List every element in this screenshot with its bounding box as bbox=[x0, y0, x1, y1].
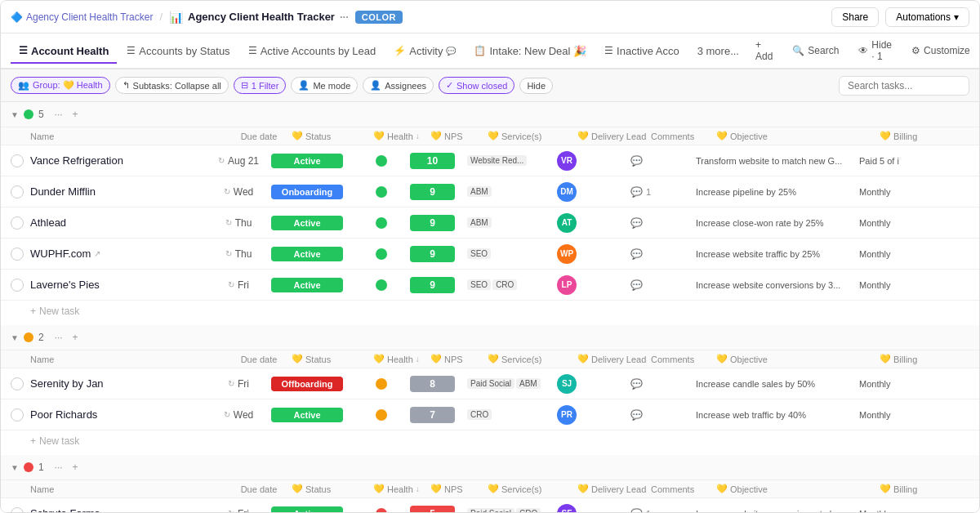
task-checkbox[interactable] bbox=[11, 216, 24, 230]
task-comments[interactable]: 💬 1 bbox=[630, 508, 696, 513]
col-header-due: Due date bbox=[226, 132, 292, 141]
task-status[interactable]: Active bbox=[271, 247, 353, 261]
tab-more[interactable]: 3 more... bbox=[689, 40, 747, 62]
services-heart-icon: 💛 bbox=[488, 131, 499, 141]
delivery-heart-icon: 💛 bbox=[577, 131, 589, 141]
filter-icon: ⊟ bbox=[241, 80, 248, 91]
me-mode-chip[interactable]: 👤 Me mode bbox=[291, 77, 358, 94]
task-comments[interactable]: 💬 bbox=[630, 155, 696, 167]
show-closed-chip[interactable]: ✓ Show closed bbox=[439, 77, 514, 94]
task-comments[interactable]: 💬 bbox=[630, 217, 696, 229]
tab-account-health[interactable]: ☰ Account Health bbox=[11, 40, 117, 64]
group-red-header[interactable]: ▼ 1 ··· + bbox=[1, 455, 979, 480]
group-green-header[interactable]: ▼ 5 ··· + bbox=[1, 102, 979, 127]
task-checkbox[interactable] bbox=[11, 248, 24, 261]
task-nps: 8 bbox=[410, 376, 467, 392]
share-button[interactable]: Share bbox=[831, 7, 879, 27]
group-more-btn[interactable]: ··· bbox=[52, 462, 65, 473]
group-add-btn[interactable]: + bbox=[70, 109, 81, 120]
task-name[interactable]: WUPHF.com ↗ bbox=[30, 248, 206, 260]
tab-activity[interactable]: ⚡ Activity 💬 bbox=[385, 40, 464, 62]
health-dot bbox=[376, 186, 387, 198]
task-status[interactable]: Offboarding bbox=[271, 377, 353, 391]
health-dot bbox=[376, 279, 387, 291]
app-logo: 🔷 Agency Client Health Tracker bbox=[11, 11, 153, 23]
group-add-btn[interactable]: + bbox=[70, 332, 81, 343]
group-count: 1 bbox=[38, 462, 44, 473]
color-badge[interactable]: COLOR bbox=[355, 11, 403, 24]
task-objective: Increase close-won rate by 25% bbox=[696, 218, 859, 228]
collapse-arrow: ▼ bbox=[11, 110, 19, 119]
main-content: ▼ 5 ··· + Name Due date 💛 Status 💛 Healt… bbox=[1, 102, 979, 512]
task-name[interactable]: Vance Refrigeration bbox=[30, 154, 206, 167]
task-name[interactable]: Serenity by Jan bbox=[30, 377, 206, 390]
assignees-chip[interactable]: 👤 Assignees bbox=[363, 77, 434, 94]
tab-intake[interactable]: 📋 Intake: New Deal 🎉 bbox=[466, 40, 595, 62]
task-name[interactable]: Poor Richards bbox=[30, 408, 206, 421]
search-tasks-input[interactable] bbox=[839, 76, 969, 96]
col-header-delivery: 💛 Delivery Lead bbox=[577, 484, 651, 494]
task-nps: 7 bbox=[410, 407, 467, 423]
customize-button[interactable]: ⚙ Customize bbox=[905, 42, 977, 60]
group-add-btn[interactable]: + bbox=[70, 462, 81, 473]
hide-chip[interactable]: Hide bbox=[519, 78, 553, 94]
add-task-icon: + bbox=[30, 306, 36, 317]
task-name[interactable]: Laverne's Pies bbox=[30, 279, 206, 291]
group-more-btn[interactable]: ··· bbox=[52, 332, 65, 343]
new-task-green[interactable]: + New task bbox=[1, 301, 979, 325]
group-icon: 👥 bbox=[18, 80, 29, 91]
me-mode-icon: 👤 bbox=[298, 80, 310, 91]
task-comments[interactable]: 💬 bbox=[630, 279, 696, 291]
comment-icon: 💬 bbox=[630, 378, 643, 390]
tab-accounts-by-status[interactable]: ☰ Accounts by Status bbox=[118, 40, 238, 62]
task-status[interactable]: Onboarding bbox=[271, 185, 353, 199]
subtasks-chip-label: Subtasks: Collapse all bbox=[133, 81, 221, 91]
task-comments[interactable]: 💬 bbox=[630, 378, 696, 390]
task-checkbox[interactable] bbox=[11, 185, 24, 199]
group-yellow-header[interactable]: ▼ 2 ··· + bbox=[1, 325, 979, 350]
add-button[interactable]: + Add bbox=[749, 36, 779, 65]
task-checkbox[interactable] bbox=[11, 154, 24, 167]
task-due-date: ↻ Thu bbox=[206, 217, 271, 229]
more-options-dots[interactable]: ··· bbox=[340, 11, 349, 23]
group-more-btn[interactable]: ··· bbox=[52, 109, 65, 120]
tab-active-by-lead[interactable]: ☰ Active Accounts by Lead bbox=[240, 40, 385, 62]
subtasks-chip[interactable]: ↰ Subtasks: Collapse all bbox=[115, 77, 229, 94]
task-status[interactable]: Active bbox=[271, 408, 353, 422]
task-services: CRO bbox=[467, 409, 557, 420]
task-health bbox=[353, 409, 410, 421]
task-comments[interactable]: 💬 1 bbox=[630, 186, 696, 198]
task-name[interactable]: Schrute Farms bbox=[30, 507, 206, 512]
task-status[interactable]: Active bbox=[271, 154, 353, 168]
task-services: SEO CRO bbox=[467, 279, 557, 290]
col-header-name: Name bbox=[30, 132, 226, 141]
filter-chip[interactable]: ⊟ 1 Filter bbox=[234, 77, 287, 94]
hide-button[interactable]: 👁 Hide · 1 bbox=[852, 36, 898, 65]
breadcrumb-sep: / bbox=[159, 11, 163, 23]
collapse-arrow: ▼ bbox=[11, 463, 19, 472]
col-header-name: Name bbox=[30, 355, 226, 364]
task-comments[interactable]: 💬 bbox=[630, 248, 696, 260]
task-status[interactable]: Active bbox=[271, 216, 353, 230]
automations-button[interactable]: Automations ▾ bbox=[885, 7, 969, 27]
health-dot bbox=[376, 508, 387, 513]
tab-label: Active Accounts by Lead bbox=[261, 45, 376, 57]
recur-icon: ↻ bbox=[225, 249, 232, 258]
task-checkbox[interactable] bbox=[11, 377, 24, 390]
task-checkbox[interactable] bbox=[11, 507, 24, 513]
task-comments[interactable]: 💬 bbox=[630, 409, 696, 421]
task-name[interactable]: Athlead bbox=[30, 216, 206, 229]
group-health-chip[interactable]: 👥 Group: 💛 Health bbox=[11, 77, 110, 94]
task-health bbox=[353, 279, 410, 291]
task-name[interactable]: Dunder Mifflin bbox=[30, 185, 206, 198]
tab-inactive[interactable]: ☰ Inactive Acco bbox=[596, 40, 688, 62]
task-status[interactable]: Active bbox=[271, 278, 353, 292]
task-billing: Monthly bbox=[859, 509, 924, 513]
task-status[interactable]: Active bbox=[271, 506, 353, 513]
task-checkbox[interactable] bbox=[11, 279, 24, 292]
tab-icon: ☰ bbox=[248, 45, 257, 56]
new-task-yellow[interactable]: + New task bbox=[1, 430, 979, 455]
task-checkbox[interactable] bbox=[11, 408, 24, 422]
task-nps: 5 bbox=[410, 506, 467, 513]
search-button[interactable]: 🔍 Search bbox=[786, 42, 845, 60]
